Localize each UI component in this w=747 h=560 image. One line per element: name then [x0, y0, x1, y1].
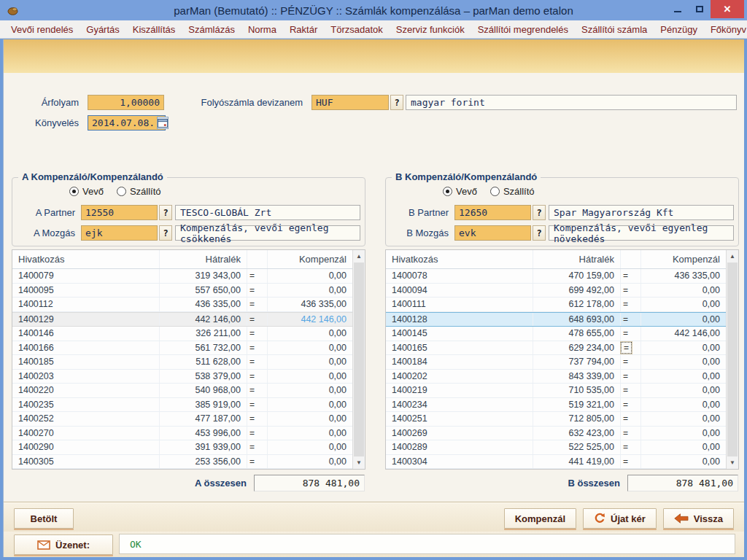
equals-button[interactable]: =: [247, 456, 257, 467]
header-hivatkozas[interactable]: Hivatkozás: [12, 250, 160, 268]
equals-button[interactable]: =: [247, 343, 257, 353]
table-row[interactable]: 1400270453 996,00=0,00: [12, 427, 352, 441]
table-row[interactable]: 1400219710 535,00=0,00: [386, 384, 726, 398]
equals-button[interactable]: =: [621, 428, 630, 438]
equals-button[interactable]: =: [247, 314, 257, 324]
equals-button[interactable]: =: [621, 413, 630, 424]
table-row[interactable]: 1400252477 187,00=0,00: [12, 412, 352, 427]
table-row[interactable]: 1400165629 234,00=0,00: [386, 341, 726, 356]
equals-button[interactable]: =: [621, 456, 630, 467]
scroll-up-icon[interactable]: ▲: [353, 250, 365, 262]
equals-button[interactable]: =: [621, 442, 630, 452]
calendar-icon[interactable]: [157, 117, 169, 129]
scroll-down-icon[interactable]: ▼: [353, 456, 365, 469]
equals-button[interactable]: =: [621, 299, 630, 309]
scroll-up-icon[interactable]: ▲: [727, 250, 738, 262]
equals-button[interactable]: =: [247, 285, 257, 295]
table-row[interactable]: 1400094699 492,00=0,00: [386, 284, 726, 298]
equals-button[interactable]: =: [621, 385, 630, 395]
equals-button[interactable]: =: [247, 385, 257, 395]
panel-a-mozgas-code-input[interactable]: ejk: [81, 225, 158, 241]
devizanem-code-input[interactable]: HUF: [311, 95, 389, 110]
menu-item-6[interactable]: Törzsadatok: [324, 22, 390, 37]
table-row[interactable]: 1400078470 159,00=436 335,00: [386, 269, 726, 284]
equals-button[interactable]: =: [247, 299, 257, 309]
equals-button[interactable]: =: [247, 357, 257, 367]
table-row[interactable]: 1400112436 335,00=436 335,00: [12, 298, 352, 312]
table-row[interactable]: 1400269632 423,00=0,00: [386, 427, 726, 441]
panel-a-partner-code-input[interactable]: 12550: [81, 205, 158, 220]
equals-button[interactable]: =: [621, 371, 630, 381]
table-row[interactable]: 1400095557 650,00=0,00: [12, 284, 352, 298]
table-row[interactable]: 1400145478 655,00=442 146,00: [386, 327, 726, 341]
table-row[interactable]: 1400166561 732,00=0,00: [12, 341, 352, 356]
table-row[interactable]: 1400202843 339,00=0,00: [386, 370, 726, 384]
scrollbar-thumb[interactable]: [354, 262, 364, 456]
minimize-button[interactable]: [667, 0, 689, 18]
header-hatralek[interactable]: Hátralék: [160, 250, 247, 268]
table-row[interactable]: 1400111612 178,00=0,00: [386, 298, 726, 312]
betolt-button[interactable]: Betölt: [14, 508, 74, 529]
equals-button[interactable]: =: [621, 314, 630, 324]
panel-b-mozgas-code-input[interactable]: evk: [454, 225, 531, 241]
table-a-scrollbar[interactable]: ▲ ▼: [352, 250, 365, 469]
menu-item-0[interactable]: Vevői rendelés: [4, 22, 80, 37]
header-kompenzal[interactable]: Kompenzál: [641, 250, 726, 268]
panel-a-radio-vevo[interactable]: Vevő: [69, 186, 104, 197]
equals-button[interactable]: =: [247, 328, 257, 338]
table-row[interactable]: 1400128648 693,00=0,00: [386, 312, 726, 327]
menu-item-2[interactable]: Kiszállítás: [126, 22, 182, 37]
ujat-ker-button[interactable]: Újat kér: [583, 508, 657, 529]
header-kompenzal[interactable]: Kompenzál: [268, 250, 352, 268]
menu-item-10[interactable]: Pénzügy: [654, 22, 704, 37]
equals-button[interactable]: =: [621, 400, 630, 410]
table-b-scrollbar[interactable]: ▲ ▼: [726, 250, 738, 469]
scroll-down-icon[interactable]: ▼: [727, 456, 738, 469]
equals-button[interactable]: =: [247, 428, 257, 438]
table-row[interactable]: 1400129442 146,00=442 146,00: [12, 312, 352, 327]
equals-button[interactable]: =: [247, 413, 257, 424]
close-button[interactable]: ✕: [711, 0, 744, 18]
equals-button[interactable]: =: [621, 271, 630, 281]
table-row[interactable]: 1400234519 321,00=0,00: [386, 398, 726, 413]
panel-a-mozgas-help-button[interactable]: ?: [159, 225, 172, 241]
vissza-button[interactable]: Vissza: [663, 508, 734, 529]
table-row[interactable]: 1400079319 343,00=0,00: [12, 269, 352, 284]
header-hatralek[interactable]: Hátralék: [533, 250, 621, 268]
table-row[interactable]: 1400146326 211,00=0,00: [12, 327, 352, 341]
table-row[interactable]: 1400251712 805,00=0,00: [386, 412, 726, 427]
menu-item-11[interactable]: Főkönyv: [704, 22, 747, 37]
table-row[interactable]: 1400203538 379,00=0,00: [12, 370, 352, 384]
equals-button[interactable]: =: [247, 271, 257, 281]
table-row[interactable]: 1400305253 356,00=0,00: [12, 455, 352, 470]
uzenet-button[interactable]: Üzenet:: [14, 534, 113, 555]
table-row[interactable]: 1400304441 419,00=0,00: [386, 455, 726, 470]
table-row[interactable]: 1400185511 628,00=0,00: [12, 355, 352, 370]
menu-item-7[interactable]: Szerviz funkciók: [390, 22, 471, 37]
panel-a-radio-szallito[interactable]: Szállító: [117, 186, 161, 197]
equals-button[interactable]: =: [621, 285, 630, 295]
equals-button[interactable]: =: [621, 342, 632, 354]
panel-a-partner-help-button[interactable]: ?: [159, 205, 172, 220]
table-row[interactable]: 1400289522 525,00=0,00: [386, 440, 726, 455]
panel-b-partner-code-input[interactable]: 12650: [454, 205, 531, 220]
panel-b-mozgas-help-button[interactable]: ?: [533, 225, 546, 241]
menu-item-8[interactable]: Szállítói megrendelés: [471, 22, 575, 37]
panel-b-radio-szallito[interactable]: Szállító: [490, 186, 535, 197]
equals-button[interactable]: =: [621, 357, 630, 367]
table-row[interactable]: 1400290391 939,00=0,00: [12, 440, 352, 455]
panel-b-radio-vevo[interactable]: Vevő: [443, 186, 477, 197]
arfolyam-input[interactable]: 1,00000: [88, 95, 164, 110]
kompenzal-button[interactable]: Kompenzál: [504, 508, 576, 529]
scrollbar-thumb[interactable]: [727, 262, 738, 456]
maximize-button[interactable]: [689, 0, 711, 18]
menu-item-5[interactable]: Raktár: [283, 22, 324, 37]
menu-item-4[interactable]: Norma: [241, 22, 283, 37]
konyveles-date-input[interactable]: 2014.07.08.: [88, 115, 166, 131]
menu-item-3[interactable]: Számlázás: [182, 22, 241, 37]
equals-button[interactable]: =: [247, 442, 257, 452]
devizanem-help-button[interactable]: ?: [390, 95, 403, 110]
table-row[interactable]: 1400220540 968,00=0,00: [12, 384, 352, 398]
table-row[interactable]: 1400184737 794,00=0,00: [386, 355, 726, 370]
panel-b-partner-help-button[interactable]: ?: [533, 205, 546, 220]
